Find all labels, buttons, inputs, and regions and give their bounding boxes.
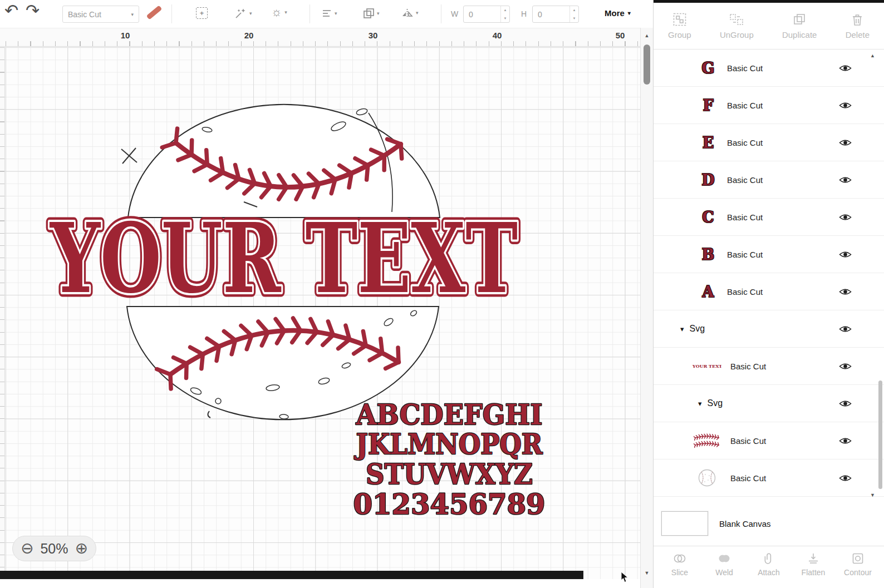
group-button[interactable]: Group <box>668 12 691 39</box>
layer-row-letter-d[interactable]: D Basic Cut <box>654 161 884 199</box>
visibility-eye-icon[interactable] <box>839 250 852 259</box>
width-stepper[interactable]: ▴ ▾ <box>500 6 509 22</box>
caret-down-icon: ▾ <box>377 11 380 16</box>
layer-row-letter-c[interactable]: C Basic Cut <box>654 199 884 236</box>
slice-button[interactable]: Slice <box>661 552 698 577</box>
width-field[interactable]: ▴ ▾ <box>463 6 510 23</box>
layer-linetype-label: Basic Cut <box>727 250 763 259</box>
flip-button[interactable]: ▾ <box>401 7 419 18</box>
edit-tools-button[interactable]: ▾ <box>234 7 252 20</box>
mouse-cursor <box>621 571 630 584</box>
layer-linetype-label: Basic Cut <box>727 287 763 297</box>
layer-row-letter-g[interactable]: G Basic Cut <box>654 50 884 87</box>
visibility-eye-icon[interactable] <box>839 288 852 296</box>
layer-row-your-text[interactable]: YOUR TEXT Basic Cut <box>654 348 884 385</box>
layer-row-letter-a[interactable]: A Basic Cut <box>654 273 884 310</box>
visibility-eye-icon[interactable] <box>839 176 852 184</box>
layer-group-svg[interactable]: ▾ Svg <box>654 385 884 422</box>
panel-scroll-up-icon[interactable]: ▲ <box>870 53 875 58</box>
flatten-label: Flatten <box>802 568 826 577</box>
stepper-down-icon[interactable]: ▾ <box>501 14 509 23</box>
baseball-top-half[interactable] <box>128 105 440 218</box>
contour-button[interactable]: Contour <box>839 552 876 577</box>
redo-button[interactable]: ↷ <box>26 2 40 19</box>
scrollbar-thumb[interactable] <box>644 45 650 85</box>
arrange-layers-icon <box>362 7 375 19</box>
layer-group-svg[interactable]: ▾ Svg <box>654 310 884 348</box>
weld-button[interactable]: Weld <box>706 552 743 577</box>
alphabet-line: 0123456789 <box>353 488 546 521</box>
scroll-down-icon[interactable]: ▼ <box>641 570 653 576</box>
layer-row-baseball[interactable]: Basic Cut <box>654 459 884 497</box>
chevron-down-icon[interactable]: ▾ <box>680 325 684 333</box>
panel-scroll-down-icon[interactable]: ▼ <box>870 492 875 498</box>
paperclip-icon <box>762 552 775 565</box>
baseball-split-design[interactable]: YOUR TEXT YOUR TEXT YOUR TEXT ABCDEFGHI … <box>6 47 640 576</box>
chevron-down-icon[interactable]: ▾ <box>698 399 702 408</box>
your-text-layer[interactable]: YOUR TEXT YOUR TEXT YOUR TEXT <box>50 202 518 315</box>
attach-button[interactable]: Attach <box>750 552 787 577</box>
align-button[interactable]: ▾ <box>321 8 337 19</box>
visibility-eye-icon[interactable] <box>839 399 852 408</box>
canvas-vertical-scrollbar[interactable]: ▲ ▼ <box>640 28 653 588</box>
layer-linetype-label: Basic Cut <box>730 362 766 371</box>
alphabet-line: JKLMNOPQR <box>354 428 543 461</box>
zoom-out-button[interactable]: ⊖ <box>21 541 33 556</box>
group-name: Svg <box>708 398 723 408</box>
zoom-in-button[interactable]: ⊕ <box>75 541 88 556</box>
stepper-down-icon[interactable]: ▾ <box>570 14 578 23</box>
caret-down-icon: ▾ <box>628 10 631 16</box>
duplicate-button[interactable]: Duplicate <box>782 12 817 39</box>
blank-canvas-swatch[interactable] <box>661 511 708 536</box>
redo-icon: ↷ <box>26 2 40 19</box>
visibility-eye-icon[interactable] <box>839 474 852 482</box>
visibility-eye-icon[interactable] <box>839 325 852 333</box>
offset-tools-button[interactable]: ☼ ▾ <box>271 6 287 18</box>
linetype-dropdown[interactable]: Basic Cut ▾ <box>62 6 139 23</box>
width-input[interactable] <box>464 6 500 22</box>
layer-row-letter-f[interactable]: F Basic Cut <box>654 87 884 124</box>
group-label: Group <box>668 30 691 39</box>
height-input[interactable] <box>533 6 569 22</box>
layer-thumbnail-letter: G <box>698 60 718 77</box>
more-button[interactable]: More ▾ <box>605 8 631 18</box>
layer-linetype-label: Basic Cut <box>727 175 763 185</box>
visibility-eye-icon[interactable] <box>839 101 852 110</box>
blank-canvas-row[interactable]: Blank Canvas <box>654 501 884 546</box>
height-stepper[interactable]: ▴ ▾ <box>569 6 578 22</box>
caret-down-icon: ▾ <box>284 9 287 15</box>
undo-button[interactable]: ↶ <box>4 2 18 19</box>
layer-row-letter-b[interactable]: B Basic Cut <box>654 236 884 273</box>
panel-scrollbar-thumb[interactable] <box>878 381 882 489</box>
height-field[interactable]: ▴ ▾ <box>532 6 579 23</box>
visibility-eye-icon[interactable] <box>839 437 852 445</box>
visibility-eye-icon[interactable] <box>839 213 852 221</box>
layer-thumbnail-letter: E <box>698 134 718 151</box>
visibility-eye-icon[interactable] <box>839 362 852 370</box>
scroll-up-icon[interactable]: ▲ <box>641 33 653 38</box>
visibility-eye-icon[interactable] <box>839 64 852 72</box>
alphabet-layer[interactable]: ABCDEFGHI JKLMNOPQR STUVWXYZ 0123456789 <box>353 398 546 521</box>
zoom-control: ⊖ 50% ⊕ <box>12 536 96 561</box>
slice-label: Slice <box>671 568 688 577</box>
weld-icon <box>718 552 731 565</box>
stepper-up-icon[interactable]: ▴ <box>570 6 578 14</box>
vertical-ruler <box>0 47 5 579</box>
arrange-button[interactable]: ▾ <box>362 7 380 19</box>
layer-row-stitches[interactable]: Basic Cut <box>654 422 884 459</box>
group-name: Svg <box>690 324 705 334</box>
linetype-color-swatch[interactable] <box>146 5 163 19</box>
delete-button[interactable]: Delete <box>846 12 870 39</box>
layer-thumbnail-letter: F <box>698 97 718 114</box>
magic-wand-icon <box>234 7 247 20</box>
flatten-button[interactable]: Flatten <box>795 552 832 577</box>
ungroup-button[interactable]: UnGroup <box>720 12 754 39</box>
select-all-button[interactable]: + <box>196 7 208 19</box>
duplicate-icon <box>792 12 807 27</box>
design-canvas[interactable]: YOUR TEXT YOUR TEXT YOUR TEXT ABCDEFGHI … <box>0 47 640 579</box>
visibility-eye-icon[interactable] <box>839 139 852 147</box>
stepper-up-icon[interactable]: ▴ <box>501 6 509 14</box>
horizontal-scrollbar[interactable] <box>0 571 583 579</box>
layer-row-letter-e[interactable]: E Basic Cut <box>654 124 884 161</box>
blank-canvas-label: Blank Canvas <box>719 519 771 528</box>
